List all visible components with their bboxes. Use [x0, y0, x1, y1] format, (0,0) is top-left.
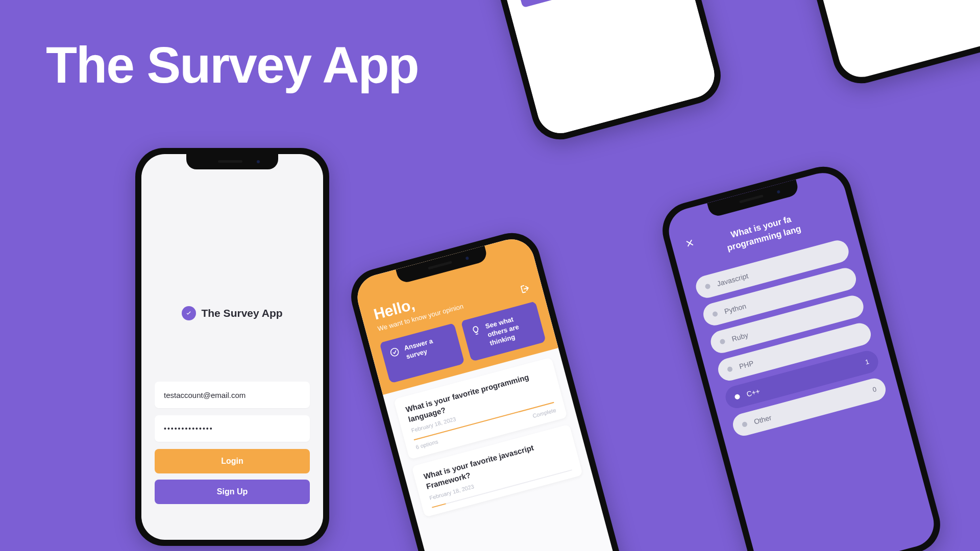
option-label: Other [753, 413, 772, 426]
lightbulb-icon [470, 324, 482, 336]
phone-edge [738, 0, 980, 90]
login-logo: The Survey App [182, 306, 282, 320]
option-label: Javascript [716, 271, 749, 288]
option-count: 1 [864, 358, 870, 366]
phone-notch [186, 154, 278, 169]
logout-icon[interactable] [518, 282, 532, 295]
radio-icon [704, 283, 710, 289]
home-screen: Hello, We want to know your opinion Answ… [352, 234, 628, 551]
email-field[interactable]: testaccount@email.com [155, 382, 310, 408]
radio-icon [734, 394, 740, 400]
login-app-name: The Survey App [201, 307, 282, 319]
question-status: Complete [532, 407, 557, 419]
option-label: Python [723, 302, 747, 315]
check-circle-icon [182, 306, 196, 320]
tile-answer-label: Answer a survey [403, 332, 454, 361]
phone-login: The Survey App testaccount@email.com •••… [135, 148, 329, 546]
option-label: PHP [738, 359, 754, 370]
login-button[interactable]: Login [155, 449, 310, 473]
phone-question: What is your fa programming lang Javascr… [656, 160, 947, 551]
question-options-count: 6 options [415, 439, 438, 450]
tile-see-label: See what others are thinking [484, 311, 537, 348]
radio-icon [712, 311, 718, 317]
phone-signup: ars, one letter and one number password … [437, 0, 727, 146]
radio-icon [742, 421, 748, 428]
signup-screen: ars, one letter and one number password … [444, 0, 720, 138]
option-label: C++ [746, 387, 761, 398]
check-circle-outline-icon [388, 346, 401, 358]
login-screen: The Survey App testaccount@email.com •••… [141, 154, 323, 540]
radio-icon [719, 338, 725, 344]
signup-login-button[interactable]: Login [517, 0, 673, 8]
password-field[interactable]: •••••••••••••• [155, 415, 310, 442]
option-count: 0 [872, 385, 877, 393]
signup-button[interactable]: Sign Up [155, 480, 310, 504]
svg-point-0 [390, 347, 399, 357]
hero-title: The Survey App [46, 36, 419, 94]
option-label: Ruby [731, 331, 749, 343]
question-screen: What is your fa programming lang Javascr… [664, 168, 939, 551]
phone-home: Hello, We want to know your opinion Answ… [345, 227, 635, 551]
radio-icon [727, 366, 733, 372]
